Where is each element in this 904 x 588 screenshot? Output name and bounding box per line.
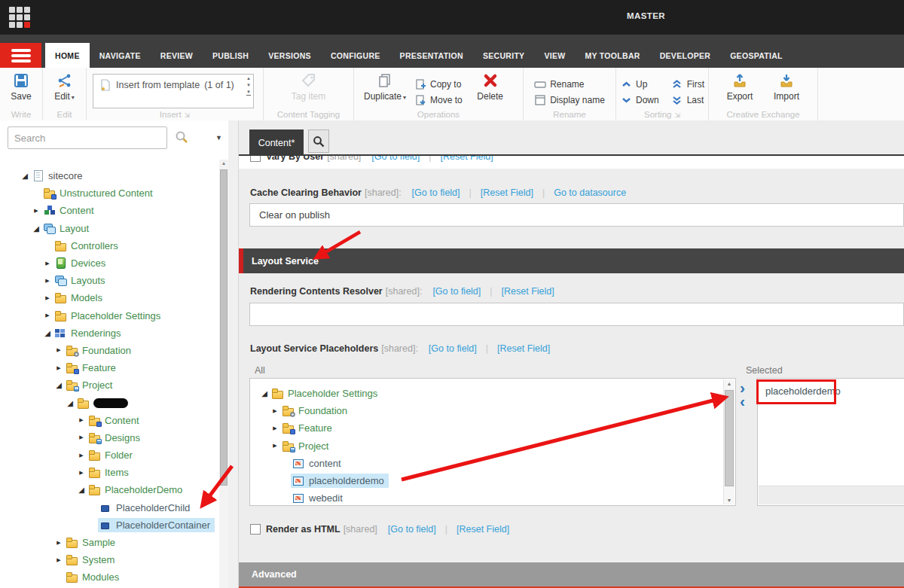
- tree-item-feature[interactable]: Feature: [0, 359, 218, 376]
- move-to-button[interactable]: Move to: [414, 94, 463, 106]
- expand-icon[interactable]: [76, 470, 87, 476]
- expand-icon[interactable]: [270, 425, 280, 431]
- panel-splitter[interactable]: [228, 120, 239, 588]
- remove-from-selected-button[interactable]: ‹: [740, 395, 745, 407]
- expand-icon[interactable]: [42, 260, 53, 267]
- scrollbar-thumb[interactable]: [220, 169, 228, 486]
- sort-first-button[interactable]: First: [671, 78, 704, 90]
- expand-icon[interactable]: [53, 381, 64, 389]
- reset-field-link[interactable]: [Reset Field]: [497, 343, 550, 354]
- go-to-field-link[interactable]: [Go to field]: [432, 286, 481, 297]
- tab-my-toolbar[interactable]: MY TOOLBAR: [575, 43, 649, 68]
- expand-icon[interactable]: [31, 224, 41, 233]
- tab-presentation[interactable]: PRESENTATION: [390, 43, 473, 68]
- list-item-content[interactable]: content: [250, 455, 735, 472]
- expand-icon[interactable]: [76, 417, 87, 423]
- edit-button[interactable]: Edit▾: [49, 72, 80, 102]
- cache-clearing-input[interactable]: Clear on publish: [249, 203, 904, 227]
- copy-to-button[interactable]: Copy to: [414, 78, 463, 90]
- scroll-up-icon[interactable]: ▲: [219, 160, 228, 166]
- scrollbar-thumb[interactable]: [725, 390, 734, 486]
- expand-icon[interactable]: [42, 312, 53, 318]
- tab-content[interactable]: Content*: [249, 129, 304, 156]
- tree-item-project-content[interactable]: Content: [0, 412, 218, 429]
- tree-item-placeholderchild[interactable]: PlaceholderChild: [0, 499, 218, 516]
- search-icon[interactable]: [175, 130, 188, 146]
- delete-button[interactable]: Delete: [470, 72, 511, 102]
- list-item-feature[interactable]: Feature: [250, 419, 735, 437]
- save-button[interactable]: Save: [6, 72, 36, 102]
- rename-button[interactable]: Rename: [534, 78, 605, 90]
- tree-item-placeholder-settings[interactable]: Placeholder Settings: [0, 307, 218, 324]
- tree-item-controllers[interactable]: Controllers: [0, 237, 218, 254]
- expand-icon[interactable]: [53, 347, 64, 353]
- search-options-caret-icon[interactable]: ▼: [215, 134, 222, 142]
- reset-field-link[interactable]: [Reset Field]: [457, 524, 509, 535]
- all-placeholders-list[interactable]: Placeholder Settings Foundation Feature …: [249, 378, 736, 506]
- expand-icon[interactable]: [53, 540, 64, 546]
- expand-icon[interactable]: [65, 399, 75, 407]
- scroll-up-icon[interactable]: ▲: [724, 381, 734, 386]
- tree-item-layouts[interactable]: Layouts: [0, 272, 218, 289]
- sort-up-button[interactable]: Up: [620, 78, 659, 90]
- rendering-contents-resolver-input[interactable]: [249, 303, 904, 326]
- tab-developer[interactable]: DEVELOPER: [650, 43, 720, 68]
- tree-item-folder[interactable]: Folder: [0, 446, 218, 464]
- insert-spinner[interactable]: ▲ ▼ ▼: [246, 76, 251, 96]
- list-item-placeholderdemo[interactable]: placeholderdemo: [250, 472, 735, 489]
- tree-item-sample[interactable]: Sample: [0, 534, 218, 551]
- go-to-field-link[interactable]: [Go to field]: [412, 187, 460, 198]
- export-button[interactable]: Export: [719, 72, 760, 102]
- insert-from-template-box[interactable]: Insert from template (1 of 1) ▲ ▼ ▼: [93, 74, 254, 108]
- duplicate-button[interactable]: Duplicate▾: [360, 72, 410, 102]
- tree-scrollbar[interactable]: ▲: [219, 160, 228, 588]
- expand-icon[interactable]: [31, 208, 41, 214]
- tree-item-layout[interactable]: Layout: [0, 220, 218, 237]
- sort-last-button[interactable]: Last: [671, 94, 704, 106]
- expand-icon[interactable]: [270, 443, 280, 449]
- vary-by-user-checkbox[interactable]: [250, 156, 261, 162]
- render-as-html-checkbox[interactable]: [250, 524, 261, 535]
- expand-icon[interactable]: [259, 389, 270, 398]
- go-to-datasource-link[interactable]: Go to datasource: [554, 187, 626, 198]
- tree-item-items[interactable]: Items: [0, 464, 218, 481]
- section-header-advanced[interactable]: Advanced: [239, 562, 904, 586]
- editor-search-button[interactable]: [308, 129, 329, 153]
- reset-field-link[interactable]: [Reset Field]: [502, 286, 554, 297]
- tree-item-project[interactable]: Project: [0, 376, 218, 394]
- tree-item-renderings[interactable]: Renderings: [0, 324, 218, 342]
- expand-icon[interactable]: [20, 172, 30, 180]
- scroll-down-icon[interactable]: ▼: [724, 498, 734, 503]
- tree-item-models[interactable]: Models: [0, 289, 218, 306]
- all-list-scrollbar[interactable]: ▲ ▼: [723, 379, 734, 504]
- tree-item-placeholderdemo[interactable]: PlaceholderDemo: [0, 481, 218, 498]
- go-to-field-link[interactable]: [Go to field]: [388, 524, 436, 535]
- expand-icon[interactable]: [42, 329, 53, 337]
- tab-geospatial[interactable]: GEOSPATIAL: [720, 43, 793, 68]
- expand-icon[interactable]: [42, 278, 53, 284]
- tree-item-system[interactable]: System: [0, 551, 218, 568]
- go-to-field-link[interactable]: [Go to field]: [371, 156, 420, 162]
- expand-icon[interactable]: [76, 486, 87, 494]
- tree-item-devices[interactable]: Devices: [0, 254, 218, 272]
- tab-home[interactable]: HOME: [45, 43, 90, 68]
- hamburger-menu-button[interactable]: [0, 43, 41, 68]
- tree-item-placeholdercontainer[interactable]: PlaceholderContainer: [0, 516, 218, 534]
- reset-field-link[interactable]: [Reset Field]: [441, 156, 493, 162]
- sort-down-button[interactable]: Down: [620, 94, 659, 106]
- expand-icon[interactable]: [270, 408, 280, 414]
- expand-icon[interactable]: [53, 365, 64, 371]
- tab-review[interactable]: REVIEW: [151, 43, 203, 68]
- tab-view[interactable]: VIEW: [534, 43, 575, 68]
- expand-icon[interactable]: [76, 434, 87, 440]
- tree-item-foundation[interactable]: Foundation: [0, 342, 218, 359]
- tab-publish[interactable]: PUBLISH: [203, 43, 258, 68]
- display-name-button[interactable]: Display name: [534, 94, 605, 106]
- tree-item-sitecore[interactable]: sitecore: [0, 167, 218, 184]
- list-item-project[interactable]: Project: [250, 437, 735, 455]
- tree-item-modules[interactable]: Modules: [0, 568, 218, 586]
- expand-icon[interactable]: [53, 557, 64, 563]
- search-input[interactable]: [8, 126, 167, 149]
- tab-versions[interactable]: VERSIONS: [258, 43, 321, 68]
- list-item-placeholder-settings[interactable]: Placeholder Settings: [250, 385, 735, 402]
